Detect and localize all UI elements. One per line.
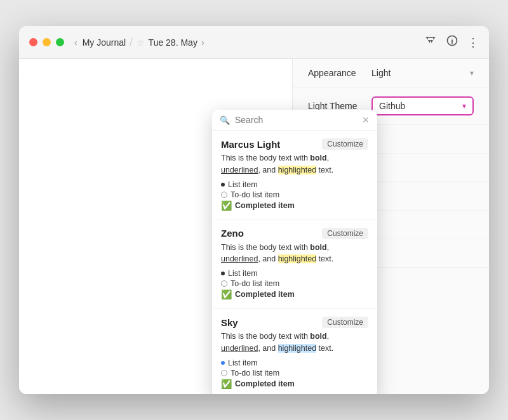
list-item: List item: [221, 180, 368, 189]
theme-search-area: 🔍 ✕: [212, 110, 377, 131]
highlighted-text: highlighted: [278, 254, 316, 263]
info-icon[interactable]: [446, 34, 458, 50]
zeno-list: List item To-do list item ✅ Completed it…: [221, 269, 368, 299]
search-icon: 🔍: [220, 115, 230, 125]
sky-list: List item To-do list item ✅ Completed it…: [221, 358, 368, 389]
marcus-light-list: List item To-do list item ✅ Completed it…: [221, 180, 368, 211]
theme-item-sky[interactable]: Sky Customize This is the body text with…: [212, 309, 377, 394]
bullet-icon: [221, 183, 225, 187]
chevron-down-icon: ▾: [470, 69, 474, 77]
traffic-lights: [29, 38, 64, 46]
sky-header: Sky Customize: [221, 317, 368, 328]
highlighted-text: highlighted: [278, 166, 316, 174]
back-arrow[interactable]: ‹: [74, 37, 77, 48]
window-title: My Journal: [83, 37, 126, 48]
date-area: ☆ Tue 28. May ›: [137, 37, 204, 48]
bullet-icon: [221, 361, 225, 365]
theme-chevron-icon: ▾: [462, 102, 466, 110]
title-bar: ‹ My Journal / ☆ Tue 28. May ›: [19, 26, 489, 59]
bold-text: bold: [310, 243, 326, 252]
appearance-dropdown[interactable]: Light ▾: [371, 68, 474, 78]
date-label: Tue 28. May: [149, 37, 197, 48]
completed-check-icon: ✅: [221, 289, 232, 299]
zeno-name: Zeno: [221, 228, 244, 239]
svg-point-8: [452, 38, 453, 39]
maximize-button[interactable]: [56, 38, 64, 46]
list-item: List item: [221, 358, 368, 367]
bold-text: bold: [310, 332, 326, 341]
bold-text: bold: [310, 154, 326, 162]
filter-icon[interactable]: [424, 34, 437, 50]
completed-check-icon: ✅: [221, 200, 232, 211]
highlighted-text: highlighted: [278, 344, 316, 353]
more-icon[interactable]: ⋮: [467, 36, 479, 49]
marcus-light-header: Marcus Light Customize: [221, 138, 368, 150]
list-item: ✅ Completed item: [221, 200, 368, 211]
app-window: ‹ My Journal / ☆ Tue 28. May ›: [19, 26, 489, 394]
close-button[interactable]: [29, 38, 37, 46]
theme-item-marcus-light[interactable]: Marcus Light Customize This is the body …: [212, 131, 377, 220]
forward-arrow[interactable]: ›: [201, 37, 204, 48]
list-item: To-do list item: [221, 190, 368, 199]
list-item: ✅ Completed item: [221, 289, 368, 299]
todo-circle-icon: [221, 370, 227, 376]
sky-customize-button[interactable]: Customize: [322, 317, 368, 328]
underline-text: underlined: [221, 344, 258, 353]
marcus-light-customize-button[interactable]: Customize: [322, 138, 368, 150]
bullet-icon: [221, 272, 225, 275]
list-item: To-do list item: [221, 279, 368, 288]
list-item: List item: [221, 269, 368, 278]
zeno-preview: This is the body text with bold, underli…: [221, 242, 368, 266]
minimize-button[interactable]: [43, 38, 51, 46]
completed-check-icon: ✅: [221, 379, 232, 389]
close-search-icon[interactable]: ✕: [362, 115, 370, 125]
theme-search-input[interactable]: [235, 115, 357, 125]
appearance-row: Appearance Light ▾: [293, 59, 489, 88]
light-theme-current-value: Github: [379, 101, 405, 111]
light-theme-value-area: Github ▾: [371, 96, 474, 115]
marcus-light-name: Marcus Light: [221, 139, 280, 150]
star-icon[interactable]: ☆: [137, 37, 145, 48]
theme-item-zeno[interactable]: Zeno Customize This is the body text wit…: [212, 220, 377, 310]
underline-text: underlined: [221, 166, 258, 174]
appearance-label: Appearance: [308, 68, 371, 78]
zeno-customize-button[interactable]: Customize: [322, 228, 368, 239]
title-divider: /: [130, 37, 132, 48]
appearance-value-area: Light ▾: [371, 68, 474, 78]
todo-circle-icon: [221, 192, 227, 198]
light-theme-dropdown[interactable]: Github ▾: [371, 96, 474, 115]
theme-list: Marcus Light Customize This is the body …: [212, 131, 377, 394]
marcus-light-preview: This is the body text with bold, underli…: [221, 152, 368, 176]
theme-popup: 🔍 ✕ Marcus Light Customize This is the b…: [212, 110, 377, 394]
title-bar-actions: ⋮: [424, 34, 479, 50]
zeno-header: Zeno Customize: [221, 228, 368, 239]
todo-circle-icon: [221, 280, 227, 287]
underline-text: underlined: [221, 254, 258, 263]
appearance-current-value: Light: [371, 68, 391, 78]
list-item: To-do list item: [221, 369, 368, 377]
list-item: ✅ Completed item: [221, 379, 368, 389]
sky-preview: This is the body text with bold, underli…: [221, 331, 368, 355]
sky-name: Sky: [221, 317, 238, 328]
